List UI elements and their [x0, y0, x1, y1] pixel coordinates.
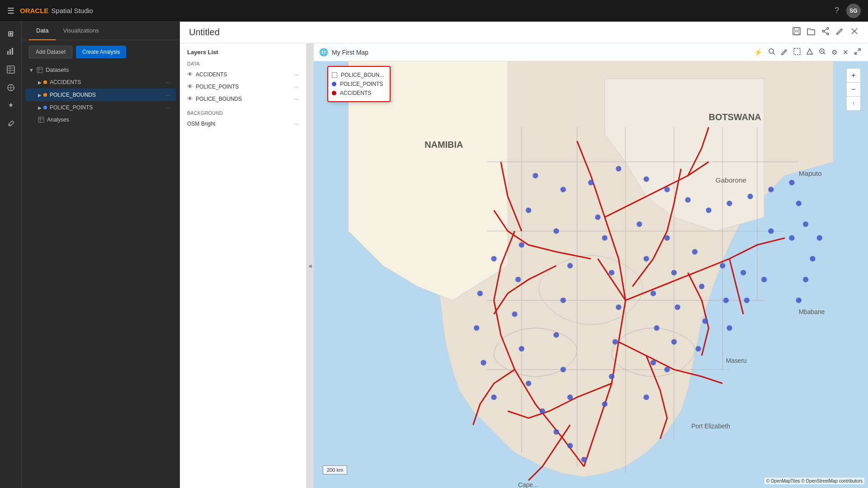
svg-point-68	[540, 408, 545, 414]
legend-square-police-bounds	[332, 72, 337, 78]
tree-item-accidents[interactable]: ▶ ACCIDENTS ···	[25, 76, 176, 89]
attribution-text: © OpenMapTiles © OpenStreetMap contribut…	[766, 479, 863, 483]
panel-buttons: Add Dataset Create Analysis	[22, 40, 179, 64]
eye-police-points-icon[interactable]: 👁	[187, 83, 193, 90]
svg-point-71	[581, 457, 587, 462]
avatar[interactable]: SG	[846, 4, 861, 18]
share-icon[interactable]	[821, 27, 830, 38]
eye-police-bounds-icon[interactable]: 👁	[187, 95, 193, 102]
accidents-more-btn[interactable]: ···	[163, 79, 172, 86]
layer-police-bounds-more[interactable]: ···	[294, 95, 299, 102]
svg-point-82	[609, 374, 614, 379]
tab-data[interactable]: Data	[29, 22, 56, 40]
collapse-handle[interactable]: ◀	[307, 43, 314, 488]
svg-point-64	[515, 277, 521, 282]
map-canvas[interactable]: NAMIBIA BOTSWANA Gaborone Maputo Cape...…	[314, 43, 868, 488]
svg-point-99	[720, 263, 725, 268]
svg-point-51	[664, 187, 670, 192]
accidents-label: ACCIDENTS	[50, 79, 163, 85]
layer-item-accidents[interactable]: 👁 ACCIDENTS ···	[180, 68, 306, 80]
rail-icon-analysis[interactable]	[3, 80, 19, 96]
svg-point-61	[768, 228, 774, 234]
svg-point-95	[692, 249, 698, 254]
folder-icon[interactable]	[807, 27, 816, 38]
zoom-in-button[interactable]: +	[847, 69, 860, 82]
svg-line-27	[773, 53, 775, 55]
rail-icon-chart[interactable]	[3, 43, 19, 60]
rail-icon-home[interactable]: ⊞	[3, 25, 19, 42]
layer-item-police-bounds[interactable]: 👁 POLICE_BOUNDS ···	[180, 93, 306, 105]
tree-item-police-bounds[interactable]: ▶ POLICE_BOUNDS ···	[25, 89, 176, 101]
svg-point-107	[474, 325, 479, 331]
save-icon[interactable]	[792, 27, 801, 38]
police-points-more-btn[interactable]: ···	[163, 104, 172, 111]
layer-police-points-more[interactable]: ···	[294, 83, 299, 90]
layer-accidents-more[interactable]: ···	[294, 71, 299, 78]
rail-icon-table[interactable]	[3, 61, 19, 78]
lightning-icon[interactable]: ⚡	[753, 47, 764, 58]
tab-visualizations[interactable]: Visualizations	[56, 22, 106, 40]
svg-rect-28	[794, 48, 800, 55]
svg-point-58	[796, 201, 802, 206]
svg-rect-3	[7, 66, 14, 73]
port-elizabeth-label: Port Elizabeth	[691, 423, 730, 430]
svg-point-63	[519, 242, 524, 248]
svg-point-96	[699, 284, 704, 289]
namibia-label: NAMIBIA	[425, 140, 463, 150]
datasets-header[interactable]: ▼ Datasets	[25, 64, 176, 76]
rail-icon-tools[interactable]	[3, 116, 19, 132]
svg-point-101	[726, 325, 732, 331]
legend-label-police-points: POLICE_POINTS	[340, 81, 383, 87]
expand-police-points-icon: ▶	[38, 105, 42, 110]
edit-icon[interactable]	[835, 27, 844, 38]
erase-icon[interactable]	[805, 47, 815, 58]
scale-bar: 200 km	[323, 465, 347, 474]
help-icon[interactable]: ?	[835, 6, 839, 15]
svg-point-52	[685, 197, 690, 202]
zoom-reset-button[interactable]: ↑	[847, 97, 860, 110]
expand-map-icon[interactable]	[853, 47, 863, 58]
add-dataset-button[interactable]: Add Dataset	[29, 46, 72, 58]
menu-icon[interactable]: ☰	[7, 6, 14, 16]
search-map-icon[interactable]	[767, 47, 777, 58]
svg-point-105	[491, 256, 496, 262]
attribution: © OpenMapTiles © OpenStreetMap contribut…	[764, 478, 864, 484]
maputo-label: Maputo	[799, 169, 822, 177]
svg-point-83	[602, 401, 608, 407]
svg-line-22	[824, 29, 827, 31]
navbar: ☰ ORACLE Spatial Studio ? SG	[0, 0, 868, 22]
svg-point-87	[654, 325, 659, 331]
dataset-tree: ▼ Datasets ▶ ACCIDENTS ··· ▶ POLICE_BOU	[22, 64, 179, 488]
map-toolbar: 🌐 My First Map ⚡	[314, 43, 868, 61]
eye-accidents-icon[interactable]: 👁	[187, 71, 193, 78]
rail-icon-settings[interactable]	[3, 98, 19, 114]
layer-osm-more[interactable]: ···	[294, 120, 299, 127]
svg-point-62	[526, 207, 531, 213]
police-points-dot	[43, 106, 47, 109]
close-content-icon[interactable]	[850, 27, 859, 38]
legend-item-accidents: ACCIDENTS	[332, 89, 386, 98]
svg-point-85	[643, 256, 649, 262]
svg-point-57	[789, 180, 794, 185]
layer-item-police-points[interactable]: 👁 POLICE_POINTS ···	[180, 80, 306, 93]
zoom-region-icon[interactable]	[817, 47, 827, 58]
svg-point-93	[671, 339, 677, 344]
map-close-icon[interactable]: ✕	[841, 47, 850, 58]
select-icon[interactable]	[792, 47, 802, 58]
zoom-out-button[interactable]: −	[847, 83, 860, 96]
map-settings-icon[interactable]: ⚙	[830, 47, 839, 58]
tree-analyses[interactable]: Analyses	[25, 114, 176, 126]
svg-point-94	[664, 367, 670, 372]
create-analysis-button[interactable]: Create Analysis	[76, 46, 126, 58]
legend-item-police-bounds: POLICE_BOUN...	[332, 70, 386, 80]
page-title: Untitled	[189, 27, 792, 38]
police-bounds-more-btn[interactable]: ···	[163, 91, 172, 99]
tree-item-police-points[interactable]: ▶ POLICE_POINTS ···	[25, 101, 176, 114]
svg-point-46	[533, 173, 538, 178]
layer-item-osm[interactable]: OSM Bright ···	[180, 117, 306, 130]
legend-circle-police-points	[332, 82, 336, 86]
draw-icon[interactable]	[779, 47, 789, 58]
svg-point-69	[553, 429, 559, 435]
legend-label-police-bounds: POLICE_BOUN...	[341, 72, 384, 78]
svg-point-80	[616, 305, 621, 310]
